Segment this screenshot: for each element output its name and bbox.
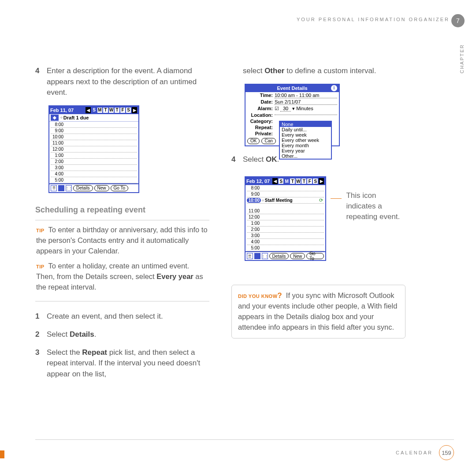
day-s2[interactable]: S xyxy=(312,178,318,184)
details-button[interactable]: Details xyxy=(269,253,289,259)
info-icon[interactable]: i xyxy=(331,85,337,91)
step-number: 2 xyxy=(35,329,41,340)
private-label: Private: xyxy=(247,131,275,136)
step-text: Select the Repeat pick list, and then se… xyxy=(47,347,209,380)
day-f[interactable]: F xyxy=(120,107,126,113)
repeat-label: Repeat: xyxy=(247,125,275,130)
palm-titlebar: Feb 12, 07 ◀ S M T W T F S ▶ xyxy=(245,177,325,185)
time-200[interactable]: 2:00 xyxy=(51,159,65,164)
popup-every-month[interactable]: Every month xyxy=(280,143,331,148)
event-details-dialog: Event Details i Time:10:00 am - 11:00 am… xyxy=(245,84,340,146)
bullet-icon: ○ xyxy=(262,198,264,202)
day-m[interactable]: M xyxy=(284,178,290,184)
new-button[interactable]: New xyxy=(290,253,305,259)
popup-other[interactable]: Other... xyxy=(280,153,331,159)
time-1000[interactable]: 10:00 xyxy=(51,134,65,139)
chapter-label: CHAPTER xyxy=(459,44,465,74)
view-day-icon[interactable]: ☰ xyxy=(51,185,57,191)
popup-every-year[interactable]: Every year xyxy=(280,148,331,153)
day-t2[interactable]: T xyxy=(301,178,307,184)
day-f[interactable]: F xyxy=(307,178,312,184)
time-500[interactable]: 5:00 xyxy=(51,178,65,182)
time-1200[interactable]: 12:00 xyxy=(51,147,65,152)
time-100[interactable]: 1:00 xyxy=(247,221,261,226)
view-week-icon[interactable] xyxy=(254,253,260,259)
date-label: Feb 11, 07 xyxy=(50,108,74,113)
tip-label: TIP xyxy=(36,228,45,233)
cancel-button[interactable]: Can xyxy=(261,138,275,144)
step-2: 2 Select Details. xyxy=(35,329,209,340)
popup-every-other-week[interactable]: Every other week xyxy=(280,138,331,143)
day-s[interactable]: S xyxy=(278,178,284,184)
time-100[interactable]: 1:00 xyxy=(51,153,65,158)
next-week-icon[interactable]: ▶ xyxy=(319,178,324,184)
step-number: 4 xyxy=(35,66,41,98)
popup-every-week[interactable]: Every week xyxy=(280,132,331,138)
day-cells[interactable]: S M T W T F S xyxy=(278,178,318,184)
alarm-checkbox[interactable]: ☑ xyxy=(275,106,280,112)
popup-daily[interactable]: Daily until... xyxy=(280,127,331,132)
palm-footer: ☰ ⋮⋮ Details New Go To xyxy=(245,251,325,260)
palm-day-view-2: Feb 12, 07 ◀ S M T W T F S ▶ 8:00 xyxy=(245,176,326,261)
location-label: Location: xyxy=(247,112,275,118)
view-week-icon[interactable] xyxy=(58,185,64,191)
dialog-title: Event Details i xyxy=(245,85,339,92)
day-cells[interactable]: S M T W T F S xyxy=(91,107,131,113)
day-m[interactable]: M xyxy=(97,107,103,113)
time-value[interactable]: 10:00 am - 11:00 am xyxy=(275,93,337,98)
event-row-staff-meeting[interactable]: 10:00○Staff Meeting⟳ xyxy=(247,197,324,204)
ok-button[interactable]: OK xyxy=(247,138,260,144)
view-month-icon[interactable]: ⋮⋮ xyxy=(262,253,268,259)
time-1100[interactable]: 11:00 xyxy=(51,141,65,145)
step-number: 4 xyxy=(231,154,238,165)
time-1100[interactable]: 11:00 xyxy=(247,208,261,213)
view-day-icon[interactable]: ☰ xyxy=(247,253,253,259)
day-w[interactable]: W xyxy=(295,178,301,184)
time-500[interactable]: 5:00 xyxy=(247,245,261,250)
time-900[interactable]: 9:00 xyxy=(247,192,261,197)
location-value[interactable] xyxy=(275,115,337,115)
time-400[interactable]: 4:00 xyxy=(247,239,261,244)
day-w[interactable]: W xyxy=(108,107,114,113)
time-800[interactable]: 8:00 xyxy=(247,186,261,190)
popup-none[interactable]: None xyxy=(280,122,331,127)
details-button[interactable]: Details xyxy=(73,185,93,191)
dyk-label: DID YOU KNOW xyxy=(238,294,278,299)
untimed-event-row[interactable]: ◆ ○ Draft 1 due xyxy=(49,114,138,122)
time-label: Time: xyxy=(247,93,275,98)
day-t[interactable]: T xyxy=(290,178,295,184)
prev-week-icon[interactable]: ◀ xyxy=(86,107,91,113)
time-1000[interactable]: 10:00 xyxy=(247,198,261,203)
dropdown-icon[interactable]: ▾ xyxy=(291,106,296,112)
page-footer: CALENDAR 159 xyxy=(35,439,454,460)
repeat-popup[interactable]: None Daily until... Every week Every oth… xyxy=(279,121,332,160)
time-rows: 8:00 9:00 10:00 11:00 12:00 1:00 2:00 3:… xyxy=(49,122,138,183)
alarm-value[interactable]: 30 xyxy=(280,106,291,112)
day-s2[interactable]: S xyxy=(126,107,131,113)
date-value[interactable]: Sun 2/11/07 xyxy=(275,99,337,105)
section-heading-scheduling: Scheduling a repeating event xyxy=(35,205,209,215)
time-1200[interactable]: 12:00 xyxy=(247,215,261,219)
goto-button[interactable]: Go To xyxy=(306,253,324,259)
page-tab-icon xyxy=(0,450,4,458)
step-number: 3 xyxy=(35,347,41,380)
time-400[interactable]: 4:00 xyxy=(51,171,65,176)
view-month-icon[interactable]: ⋮⋮ xyxy=(66,185,72,191)
day-t2[interactable]: T xyxy=(114,107,120,113)
step-3-continuation: select Other to define a custom interval… xyxy=(231,66,405,77)
question-mark-icon: ? xyxy=(278,291,282,299)
next-week-icon[interactable]: ▶ xyxy=(132,107,137,113)
new-button[interactable]: New xyxy=(94,185,109,191)
day-s[interactable]: S xyxy=(91,107,97,113)
day-t[interactable]: T xyxy=(103,107,108,113)
time-200[interactable]: 2:00 xyxy=(247,227,261,232)
time-300[interactable]: 3:00 xyxy=(51,165,65,170)
time-800[interactable]: 8:00 xyxy=(51,122,65,127)
time-300[interactable]: 3:00 xyxy=(247,233,261,238)
goto-button[interactable]: Go To xyxy=(111,185,129,191)
step-number-empty xyxy=(231,66,238,77)
palm-footer: ☰ ⋮⋮ Details New Go To xyxy=(49,183,138,192)
prev-week-icon[interactable]: ◀ xyxy=(272,178,278,184)
time-900[interactable]: 9:00 xyxy=(51,128,65,133)
chapter-number-badge: 7 xyxy=(451,14,465,27)
